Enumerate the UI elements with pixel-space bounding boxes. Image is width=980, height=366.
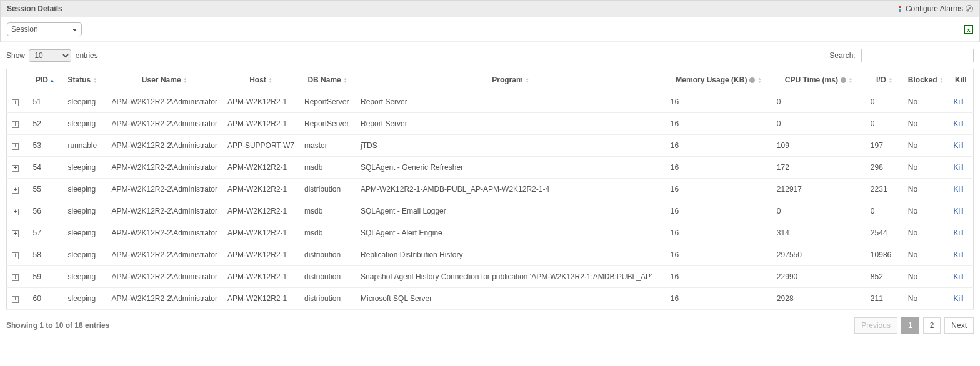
cell-user: APM-W2K12R2-2\Administrator (107, 113, 222, 135)
page-1-button[interactable]: 1 (901, 317, 919, 334)
col-mem[interactable]: Memory Usage (KB)▲▼ (666, 69, 772, 91)
cell-user: APM-W2K12R2-2\Administrator (107, 288, 222, 310)
cell-program: Microsoft SQL Server (356, 288, 666, 310)
cell-program: APM-W2K12R2-1-AMDB-PUBL_AP-APM-W2K12R2-1… (356, 179, 666, 200)
entries-control: Show 10 entries (6, 49, 98, 62)
cell-db: distribution (299, 179, 356, 200)
cell-status: sleeping (63, 200, 107, 222)
search-control: Search: (829, 49, 974, 62)
cell-user: APM-W2K12R2-2\Administrator (107, 266, 222, 288)
expand-icon[interactable]: + (12, 165, 19, 172)
expand-icon[interactable]: + (12, 143, 19, 150)
cell-pid: 54 (28, 157, 63, 179)
alarm-icon (897, 6, 903, 12)
cell-status: sleeping (63, 91, 107, 113)
cell-io: 197 (866, 135, 903, 157)
cell-cpu: 314 (772, 222, 866, 244)
expand-icon[interactable]: + (12, 209, 19, 215)
prev-button[interactable]: Previous (854, 317, 898, 334)
panel-header: Session Details Configure Alarms (1, 1, 979, 17)
table-info: Showing 1 to 10 of 18 entries (6, 321, 109, 330)
expand-icon[interactable]: + (12, 187, 19, 194)
page-2-button[interactable]: 2 (923, 317, 941, 334)
expand-icon[interactable]: + (12, 230, 19, 237)
cell-pid: 57 (28, 222, 63, 244)
col-blocked[interactable]: Blocked▲▼ (903, 69, 949, 91)
cell-pid: 53 (28, 135, 63, 157)
col-program[interactable]: Program▲▼ (356, 69, 666, 91)
cell-cpu: 0 (772, 113, 866, 135)
kill-link[interactable]: Kill (954, 97, 964, 106)
cell-pid: 59 (28, 266, 63, 288)
cell-program: SQLAgent - Email Logger (356, 200, 666, 222)
panel-title: Session Details (7, 4, 62, 13)
sort-icon: ▲▼ (758, 77, 761, 84)
cell-blocked: No (903, 222, 949, 244)
cell-mem: 16 (666, 91, 772, 113)
cell-mem: 16 (666, 288, 772, 310)
table-row: +53runnableAPM-W2K12R2-2\AdministratorAP… (7, 135, 974, 157)
col-user[interactable]: User Name▲▼ (107, 69, 222, 91)
cell-db: ReportServer (299, 91, 356, 113)
search-label: Search: (829, 51, 855, 60)
cell-host: APM-W2K12R2-1 (222, 113, 299, 135)
cell-blocked: No (903, 157, 949, 179)
cell-user: APM-W2K12R2-2\Administrator (107, 135, 222, 157)
cell-io: 0 (866, 91, 903, 113)
expand-icon[interactable]: + (12, 252, 19, 259)
info-dot-icon (749, 77, 755, 83)
sort-icon: ▲▼ (184, 77, 188, 84)
kill-link[interactable]: Kill (954, 272, 964, 281)
table-row: +58sleepingAPM-W2K12R2-2\AdministratorAP… (7, 244, 974, 266)
cell-mem: 16 (666, 179, 772, 200)
next-button[interactable]: Next (944, 317, 974, 334)
table-row: +59sleepingAPM-W2K12R2-2\AdministratorAP… (7, 266, 974, 288)
cell-blocked: No (903, 91, 949, 113)
table-row: +60sleepingAPM-W2K12R2-2\AdministratorAP… (7, 288, 974, 310)
cell-pid: 51 (28, 91, 63, 113)
cell-blocked: No (903, 135, 949, 157)
configure-alarms-link[interactable]: Configure Alarms (906, 4, 963, 13)
sort-icon: ▲▼ (940, 77, 944, 84)
col-pid[interactable]: PID▲ (28, 69, 63, 91)
col-host[interactable]: Host▲▼ (222, 69, 299, 91)
sort-icon: ▲▼ (889, 77, 892, 84)
kill-link[interactable]: Kill (954, 163, 964, 172)
search-input[interactable] (861, 49, 974, 62)
table-row: +54sleepingAPM-W2K12R2-2\AdministratorAP… (7, 157, 974, 179)
cell-io: 10986 (866, 244, 903, 266)
col-cpu[interactable]: CPU Time (ms)▲▼ (772, 69, 866, 91)
cell-user: APM-W2K12R2-2\Administrator (107, 91, 222, 113)
col-db[interactable]: DB Name▲▼ (299, 69, 356, 91)
kill-link[interactable]: Kill (954, 185, 964, 194)
deny-icon[interactable] (966, 5, 973, 12)
cell-blocked: No (903, 179, 949, 200)
cell-mem: 16 (666, 113, 772, 135)
kill-link[interactable]: Kill (954, 141, 964, 150)
expand-icon[interactable]: + (12, 99, 19, 106)
cell-pid: 55 (28, 179, 63, 200)
col-io[interactable]: I/O▲▼ (866, 69, 903, 91)
export-excel-icon[interactable]: x (964, 25, 973, 34)
kill-link[interactable]: Kill (954, 207, 964, 215)
sessions-table: PID▲ Status▲▼ User Name▲▼ Host▲▼ DB Name… (6, 69, 974, 310)
kill-link[interactable]: Kill (954, 294, 964, 303)
cell-io: 2544 (866, 222, 903, 244)
cell-mem: 16 (666, 266, 772, 288)
kill-link[interactable]: Kill (954, 250, 964, 259)
sort-icon: ▲▼ (526, 77, 529, 84)
session-select[interactable]: Session (7, 22, 82, 36)
cell-io: 0 (866, 200, 903, 222)
expand-icon[interactable]: + (12, 296, 19, 303)
entries-select[interactable]: 10 (29, 49, 71, 62)
info-dot-icon (841, 77, 846, 83)
col-status[interactable]: Status▲▼ (63, 69, 107, 91)
expand-icon[interactable]: + (12, 274, 19, 281)
cell-mem: 16 (666, 222, 772, 244)
entries-label: entries (76, 51, 98, 60)
expand-icon[interactable]: + (12, 121, 19, 128)
kill-link[interactable]: Kill (954, 229, 964, 237)
cell-host: APM-W2K12R2-1 (222, 266, 299, 288)
kill-link[interactable]: Kill (954, 119, 964, 128)
cell-user: APM-W2K12R2-2\Administrator (107, 179, 222, 200)
